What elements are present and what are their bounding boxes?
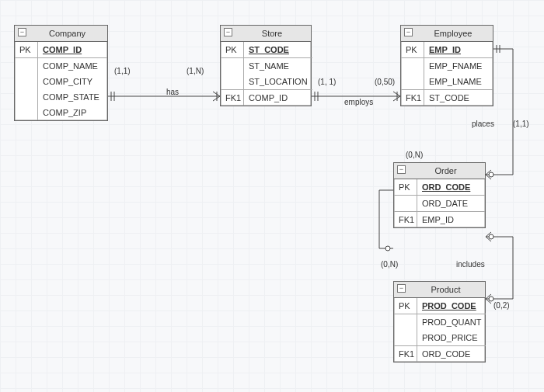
attr: COMP_STATE <box>38 89 107 105</box>
card-employs-right: (0,50) <box>375 78 395 86</box>
entity-store-title[interactable]: − Store <box>221 26 311 42</box>
entity-title-label: Company <box>49 29 85 38</box>
entity-product[interactable]: − Product PK PROD_CODE PROD_QUANT PROD_P… <box>393 281 486 363</box>
svg-line-16 <box>486 175 491 179</box>
card-places-bottom: (0,N) <box>406 151 423 159</box>
attr: COMP_ZIP <box>38 105 107 120</box>
pk-field: ORD_CODE <box>417 179 485 195</box>
entity-store[interactable]: − Store PK ST_CODE ST_NAME ST_LOCATION F… <box>220 25 312 106</box>
entity-product-title[interactable]: − Product <box>394 282 485 298</box>
attr: COMP_NAME <box>38 57 107 74</box>
pk-field: COMP_ID <box>38 42 107 57</box>
rel-employs-label: employs <box>344 98 373 106</box>
svg-line-15 <box>486 170 491 175</box>
rel-includes-label: includes <box>456 260 485 269</box>
attr: EMP_LNAME <box>424 74 493 89</box>
svg-point-23 <box>385 246 390 251</box>
card-places-top: (1,1) <box>513 120 529 128</box>
pk-field: PROD_CODE <box>417 298 486 314</box>
collapse-icon[interactable]: − <box>224 28 232 36</box>
collapse-icon[interactable]: − <box>404 28 413 36</box>
fk-field: ORD_CODE <box>417 345 486 362</box>
pk-label: PK <box>394 179 417 195</box>
collapse-icon[interactable]: − <box>397 284 406 293</box>
entity-employee[interactable]: − Employee PK EMP_ID EMP_FNAME EMP_LNAME… <box>400 25 493 106</box>
pk-field: ST_CODE <box>244 42 312 57</box>
svg-line-5 <box>213 96 220 101</box>
svg-line-4 <box>213 92 220 96</box>
attr: PROD_PRICE <box>417 330 486 345</box>
svg-line-11 <box>393 96 400 101</box>
attr: ST_LOCATION <box>244 74 312 89</box>
pk-label: PK <box>394 298 417 314</box>
pk-label: PK <box>221 42 244 57</box>
fk-label: FK1 <box>401 89 424 106</box>
fk-field: ST_CODE <box>424 89 493 106</box>
svg-line-22 <box>486 299 491 304</box>
rel-has-label: has <box>166 88 179 96</box>
fk-label: FK1 <box>221 89 244 106</box>
card-includes-top: (0,N) <box>381 260 398 269</box>
collapse-icon[interactable]: − <box>18 28 26 36</box>
card-employs-left: (1, 1) <box>318 78 336 86</box>
attr: COMP_CITY <box>38 74 107 89</box>
entity-order-title[interactable]: − Order <box>394 163 485 179</box>
svg-line-21 <box>486 294 491 299</box>
fk-field: COMP_ID <box>244 89 312 106</box>
entity-company-title[interactable]: − Company <box>15 26 107 42</box>
attr: ORD_DATE <box>417 195 485 211</box>
svg-line-10 <box>393 92 400 96</box>
entity-title-label: Product <box>431 285 461 294</box>
entity-employee-title[interactable]: − Employee <box>401 26 493 42</box>
card-has-left: (1,1) <box>114 67 131 75</box>
entity-order[interactable]: − Order PK ORD_CODE ORD_DATE FK1 EMP_ID <box>393 162 486 228</box>
fk-label: FK1 <box>394 345 417 362</box>
card-includes-bottom: (0,2) <box>493 301 510 310</box>
collapse-icon[interactable]: − <box>397 165 406 174</box>
rel-places-label: places <box>472 120 494 128</box>
pk-field: EMP_ID <box>424 42 493 57</box>
svg-line-19 <box>486 237 491 241</box>
entity-title-label: Store <box>262 29 282 38</box>
entity-title-label: Order <box>434 166 456 175</box>
pk-label: PK <box>15 42 38 57</box>
svg-line-18 <box>486 232 491 237</box>
fk-field: EMP_ID <box>417 211 485 227</box>
attr: PROD_QUANT <box>417 314 486 330</box>
attr: ST_NAME <box>244 57 312 74</box>
card-has-right: (1,N) <box>187 67 204 75</box>
fk-label: FK1 <box>394 211 417 227</box>
pk-label: PK <box>401 42 424 57</box>
svg-point-17 <box>489 234 493 239</box>
attr: EMP_FNAME <box>424 57 493 74</box>
entity-title-label: Employee <box>434 29 473 38</box>
svg-point-14 <box>489 172 493 177</box>
entity-company[interactable]: − Company PK COMP_ID COMP_NAME COMP_CITY… <box>14 25 108 121</box>
